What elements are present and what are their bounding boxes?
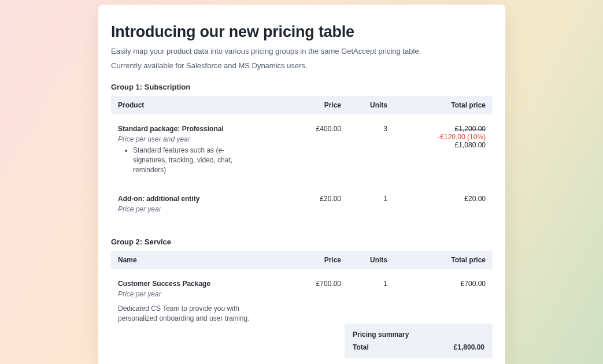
pricing-summary: Pricing summary Total £1,800.00 <box>345 324 493 358</box>
product-units: 3 <box>341 125 387 174</box>
group-2-header-row: Name Price Units Total price <box>111 251 493 269</box>
summary-header: Pricing summary <box>353 330 484 339</box>
product-unit: Price per year <box>118 205 289 213</box>
table-row: Standard package: Professional Price per… <box>111 114 493 184</box>
col-price: Price <box>295 256 341 264</box>
product-name: Standard package: Professional <box>118 125 289 133</box>
product-price: £700.00 <box>295 280 341 324</box>
page-subtitle-1: Easily map your product data into variou… <box>111 47 493 55</box>
price-discount: -£120.00 (10%) <box>387 133 486 141</box>
summary-total-value: £1,800.00 <box>454 343 484 351</box>
col-units: Units <box>341 101 387 109</box>
group-2-label: Group 2: Service <box>111 237 493 246</box>
product-units: 1 <box>341 280 387 324</box>
summary-total-label: Total <box>353 343 369 351</box>
price-original: £1,200.00 <box>387 125 486 133</box>
pricing-card: Introducing our new pricing table Easily… <box>98 5 505 364</box>
product-feature: Standard features such as (e-signatures,… <box>133 146 245 174</box>
product-units: 1 <box>341 195 387 216</box>
product-feature-list: Standard features such as (e-signatures,… <box>118 146 245 174</box>
col-total: Total price <box>387 101 486 109</box>
col-name: Name <box>118 256 295 264</box>
group-1-label: Group 1: Subscription <box>111 83 493 91</box>
product-price: £20.00 <box>295 195 341 216</box>
product-unit: Price per year <box>118 290 289 298</box>
group-1-header-row: Product Price Units Total price <box>111 96 493 114</box>
product-name: Add-on: additional entity <box>118 195 289 203</box>
price-final: £1,080.00 <box>387 141 486 149</box>
price-final: £700.00 <box>387 280 486 288</box>
col-units: Units <box>341 256 387 264</box>
table-row: Add-on: additional entity Price per year… <box>111 184 493 225</box>
col-product: Product <box>118 101 295 109</box>
col-total: Total price <box>387 256 486 264</box>
product-description: Dedicated CS Team to provide you with pe… <box>118 304 257 324</box>
product-unit: Price per user and year <box>118 135 289 143</box>
col-price: Price <box>295 101 341 109</box>
product-price: £400.00 <box>295 125 341 174</box>
page-subtitle-2: Currently available for Salesforce and M… <box>111 61 493 70</box>
page-title: Introducing our new pricing table <box>111 23 493 41</box>
price-final: £20.00 <box>387 195 486 203</box>
product-name: Customer Success Package <box>118 280 289 288</box>
